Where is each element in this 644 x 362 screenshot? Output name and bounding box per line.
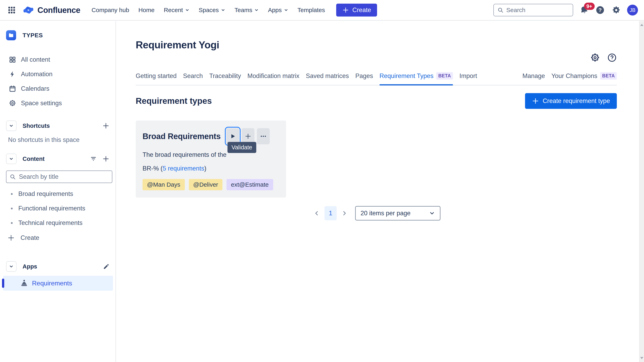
tab-requirement-types[interactable]: Requirement Types BETA — [380, 72, 453, 85]
ellipsis-icon — [260, 133, 267, 140]
collapse-shortcuts-button[interactable] — [6, 120, 16, 131]
plus-icon — [342, 7, 349, 14]
chevron-down-icon — [254, 8, 259, 12]
page-size-select[interactable]: 20 items per page — [355, 206, 440, 221]
tab-bar: Getting started Search Traceability Modi… — [136, 72, 617, 85]
nav-home[interactable]: Home — [138, 7, 154, 14]
tag: @Man Days — [142, 179, 185, 190]
sidebar-item-automation[interactable]: Automation — [0, 67, 116, 81]
chevron-down-icon — [9, 264, 14, 269]
nav-recent[interactable]: Recent — [164, 7, 190, 14]
nav-teams[interactable]: Teams — [234, 7, 259, 14]
tab-your-champions[interactable]: Your Champions BETA — [552, 72, 617, 85]
filter-content-button[interactable] — [90, 155, 97, 162]
tab-manage[interactable]: Manage — [522, 72, 545, 85]
user-avatar[interactable]: JB — [627, 5, 638, 16]
confluence-logo-icon — [22, 4, 34, 16]
pencil-icon — [103, 263, 110, 270]
tab-saved-matrices[interactable]: Saved matrices — [306, 72, 349, 85]
gear-icon — [590, 53, 600, 63]
chevron-down-icon — [9, 123, 14, 128]
tag: ext@Estimate — [226, 179, 273, 190]
gear-icon — [9, 100, 16, 107]
notifications-button[interactable]: 9+ — [579, 4, 589, 16]
search-icon — [10, 174, 16, 180]
bullet-icon — [11, 222, 13, 224]
space-name: TYPES — [22, 32, 43, 39]
page-item-technical-requirements[interactable]: Technical requirements — [0, 216, 116, 230]
shortcuts-title: Shortcuts — [22, 123, 50, 129]
card-description: The broad requirements of the — [142, 151, 279, 158]
card-key-line: BR-% (5 requirements) — [142, 165, 279, 172]
previous-page-button[interactable] — [312, 208, 322, 218]
search-icon — [498, 7, 504, 13]
collapse-content-button[interactable] — [6, 154, 16, 164]
sidebar-item-label: Requirements — [32, 280, 72, 287]
sidebar-item-requirements[interactable]: Requirements — [3, 276, 113, 291]
tab-traceability[interactable]: Traceability — [209, 72, 241, 85]
scroll-down-arrow-icon[interactable] — [640, 357, 644, 359]
search-input[interactable] — [506, 7, 569, 14]
requirements-count-link[interactable]: 5 requirements — [163, 165, 204, 172]
add-shortcut-button[interactable] — [102, 122, 110, 129]
scroll-up-arrow-icon[interactable] — [640, 24, 644, 26]
vertical-scrollbar[interactable] — [639, 21, 644, 362]
page-item-label: Functional requirements — [18, 205, 85, 212]
tab-pages[interactable]: Pages — [355, 72, 373, 85]
play-icon — [230, 133, 236, 139]
settings-button[interactable] — [611, 4, 622, 16]
tab-import[interactable]: Import — [460, 72, 477, 85]
page-title: Requirement Yogi — [136, 39, 617, 51]
tag: @Deliver — [189, 179, 223, 190]
sidebar-item-label: Calendars — [21, 85, 49, 92]
app-switcher-icon[interactable] — [6, 5, 17, 16]
page-help-button[interactable] — [607, 53, 617, 63]
sidebar-item-all-content[interactable]: All content — [0, 52, 116, 67]
top-navigation: Confluence Company hub Home Recent Space… — [0, 0, 644, 21]
next-page-button[interactable] — [340, 208, 349, 218]
page-item-label: Technical requirements — [18, 219, 82, 227]
card-tags: @Man Days @Deliver ext@Estimate — [142, 179, 279, 190]
beta-badge: BETA — [600, 72, 617, 80]
nav-company-hub[interactable]: Company hub — [92, 7, 129, 14]
apps-title: Apps — [22, 263, 37, 270]
more-actions-button[interactable] — [257, 128, 270, 144]
collapse-apps-button[interactable] — [6, 261, 16, 272]
sidebar-item-space-settings[interactable]: Space settings — [0, 96, 116, 110]
validate-tooltip: Validate — [228, 142, 256, 153]
notification-badge: 9+ — [584, 3, 595, 10]
confluence-logo[interactable]: Confluence — [22, 4, 80, 16]
page-item-functional-requirements[interactable]: Functional requirements — [0, 201, 116, 216]
nav-spaces[interactable]: Spaces — [199, 7, 225, 14]
page-settings-button[interactable] — [590, 53, 600, 63]
edit-apps-button[interactable] — [103, 263, 110, 270]
page-item-broad-requirements[interactable]: Broad requirements — [0, 187, 116, 201]
brand-name: Confluence — [38, 6, 80, 15]
create-requirement-type-button[interactable]: Create requirement type — [525, 93, 617, 109]
nav-templates[interactable]: Templates — [298, 7, 325, 14]
tab-search[interactable]: Search — [183, 72, 203, 85]
sidebar-item-calendars[interactable]: Calendars — [0, 81, 116, 96]
filter-icon — [90, 155, 97, 162]
section-title: Requirement types — [136, 96, 212, 106]
plus-icon — [102, 122, 110, 129]
page-size-label: 20 items per page — [360, 210, 410, 217]
shortcuts-section-header: Shortcuts — [0, 119, 116, 132]
help-button[interactable]: ? — [595, 4, 605, 16]
page-actions — [590, 53, 617, 63]
add-content-button[interactable] — [102, 155, 110, 162]
content-search[interactable] — [6, 170, 112, 183]
plus-icon — [532, 97, 539, 105]
lightning-icon — [9, 71, 16, 78]
page-number-current[interactable]: 1 — [324, 206, 336, 220]
bullet-icon — [11, 193, 13, 195]
content-search-input[interactable] — [19, 173, 109, 180]
sidebar-create-button[interactable]: Create — [0, 231, 116, 245]
space-header[interactable]: TYPES — [0, 30, 116, 40]
nav-apps[interactable]: Apps — [268, 7, 288, 14]
global-create-button[interactable]: Create — [336, 4, 377, 17]
global-search[interactable] — [494, 4, 573, 16]
tab-getting-started[interactable]: Getting started — [136, 72, 176, 85]
gear-icon — [612, 6, 621, 15]
tab-modification-matrix[interactable]: Modification matrix — [248, 72, 299, 85]
